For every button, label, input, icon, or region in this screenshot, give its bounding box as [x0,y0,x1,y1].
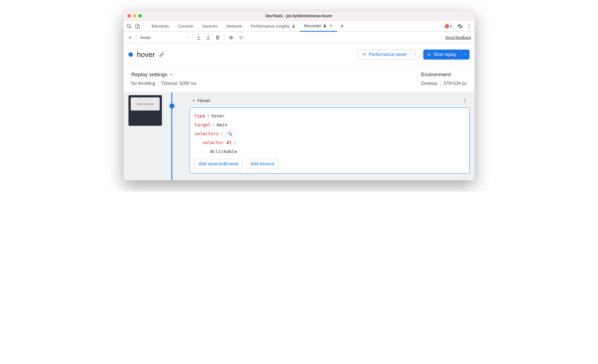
svg-point-6 [240,38,241,39]
add-timeout-button[interactable]: Add timeout [246,159,278,169]
step-menu-icon[interactable] [462,98,467,103]
throttling-value: No throttling [131,81,155,86]
replay-settings-label: Replay settings [131,72,167,78]
svg-point-9 [465,102,465,103]
tab-label: Sources [202,24,218,28]
device-value: Desktop [421,81,437,86]
more-menu-icon[interactable] [466,23,472,29]
kv-selectors[interactable]: selectors: [195,129,465,138]
kv-value: #clickable [210,147,237,156]
step-thumbnail[interactable]: Hover over me! [128,95,162,126]
step-action-buttons: Add assertedEvents Add timeout [195,159,465,169]
timeline-area: Hover over me! Hover type: hover t [123,92,475,180]
more-tabs-button[interactable] [337,21,346,32]
slow-replay-button: Slow replay [423,50,470,60]
recorder-toolbar: ＋ hover [123,32,475,43]
edit-name-icon[interactable] [159,52,164,57]
panel-tabs-row: Elements Console Sources Network Perform… [123,21,475,32]
send-feedback-link[interactable]: Send feedback [445,35,471,40]
kv-colon: : [207,112,210,120]
close-tab-icon[interactable]: ✕ [329,23,333,28]
divider [440,81,441,86]
step-title: Hover [192,98,210,104]
errors-badge[interactable]: ✕ 1 [443,23,454,29]
devtools-window: DevTools - jec.fyi/demo/menu-hover Eleme… [123,11,475,180]
tab-label: Performance insights [251,24,290,28]
svg-point-8 [465,100,465,101]
element-picker-icon[interactable] [226,131,234,137]
kv-colon: : [220,129,223,138]
step-details: type: hover target: main selectors: sele… [190,107,470,174]
step-dot [169,104,174,109]
tab-recorder[interactable]: Recorder ✕ [300,21,337,32]
tab-label: Console [178,24,193,28]
tab-performance-insights[interactable]: Performance insights [246,21,300,32]
tab-label: Network [227,24,242,28]
settings-row: Replay settings No throttling Timeout: 5… [123,66,475,92]
add-asserted-events-button[interactable]: Add assertedEvents [195,159,243,169]
tab-console[interactable]: Console [174,21,198,32]
inspect-element-icon[interactable] [126,23,132,29]
performance-panel-caret[interactable] [410,50,420,59]
performance-panel-main[interactable]: Performance panel [358,50,410,59]
play-icon [427,53,431,56]
svg-point-4 [469,26,470,26]
caret-down-icon [192,99,195,102]
errors-count: 1 [450,24,452,28]
toolbar-left: ＋ hover [127,34,244,41]
slow-replay-caret[interactable] [460,50,470,60]
step-title-label: Hover [198,98,210,104]
divider [192,35,193,41]
performance-panel-button: Performance panel [358,50,420,60]
caret-right-icon [170,73,172,76]
tab-network[interactable]: Network [222,21,246,32]
kv-selector-1[interactable]: selector #1: [195,138,465,147]
window-title: DevTools - jec.fyi/demo/menu-hover [123,14,475,18]
import-icon[interactable] [196,35,201,40]
kv-colon: : [234,138,236,147]
environment-settings: Environment Desktop 379×534 px [421,72,467,86]
divider [158,81,158,86]
tab-label: Elements [152,24,169,28]
tabs-right-group: ✕ 1 [443,23,472,29]
caret-down-icon [463,53,467,56]
header-right: Performance panel Slow replay [358,50,470,60]
timeout-value: Timeout: 5000 ms [161,81,196,86]
flask-icon [292,24,295,28]
kv-key: target [195,120,211,129]
chevron-down-icon [185,36,188,39]
dimensions-value: 379×534 px [443,81,467,86]
settings-gear-icon[interactable] [457,23,463,29]
divider [136,35,137,41]
divider [224,35,225,41]
tab-sources[interactable]: Sources [198,21,222,32]
delete-icon[interactable] [215,35,220,40]
kv-target[interactable]: target: main [195,120,465,129]
kv-key: selectors [195,129,219,138]
kv-key: selector #1 [202,138,232,147]
tab-elements[interactable]: Elements [147,21,174,32]
recording-select[interactable]: hover [139,35,189,40]
step-header[interactable]: Hover [190,95,470,107]
toolbar-icon-group [196,35,244,41]
caret-down-icon [414,53,417,56]
kv-value: hover [211,112,225,120]
gauge-icon [362,52,367,57]
environment-subline: Desktop 379×534 px [421,81,467,86]
continue-icon[interactable] [228,35,234,40]
environment-heading: Environment [421,72,467,78]
step-content: Hover type: hover target: main selectors… [190,95,470,174]
replay-settings-heading[interactable]: Replay settings [131,72,197,78]
kv-colon: : [212,120,215,129]
kv-selector-1-value[interactable]: #clickable [195,147,465,156]
new-recording-button[interactable]: ＋ [127,34,133,41]
slow-replay-main[interactable]: Slow replay [423,50,460,60]
kv-type[interactable]: type: hover [195,112,465,120]
panel-tabs: Elements Console Sources Network Perform… [147,21,346,32]
export-icon[interactable] [205,35,211,40]
flask-icon [323,24,327,28]
svg-point-3 [469,24,470,25]
step-over-icon[interactable] [238,35,244,40]
device-toolbar-icon[interactable] [135,23,140,29]
replay-settings-subline: No throttling Timeout: 5000 ms [131,81,197,86]
